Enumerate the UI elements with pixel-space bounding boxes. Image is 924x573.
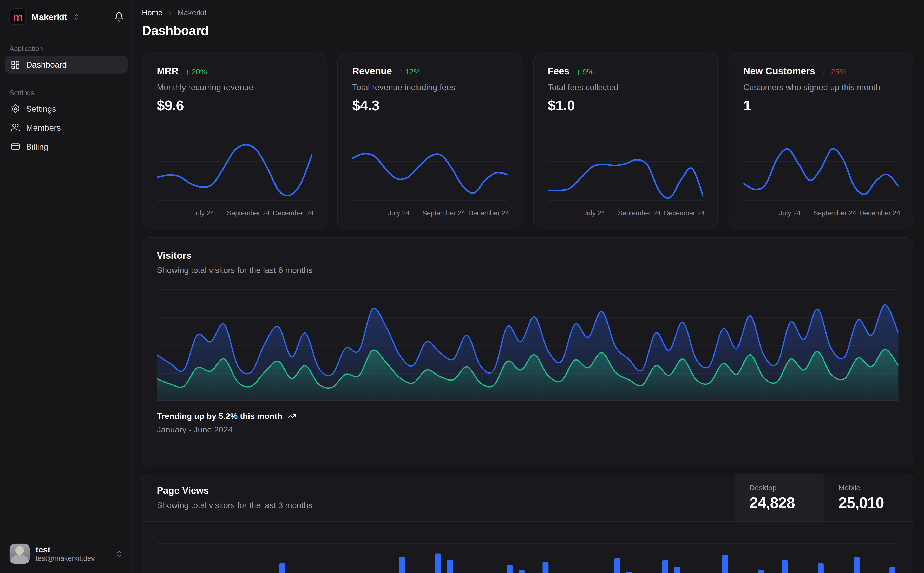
stat-description: Total fees collected [548,83,703,92]
x-tick: July 24 [388,209,409,216]
x-tick: December 24 [273,209,314,216]
bell-icon [114,12,124,22]
user-menu[interactable]: test test@makerkit.dev [5,540,128,567]
stat-card-new-customers: New Customers ↓ -25% Customers who signe… [728,53,913,229]
trend-badge: ↑ 9% [576,67,594,75]
stat-value: $4.3 [352,97,507,114]
stat-value: $9.6 [157,97,312,114]
x-tick: December 24 [468,209,510,216]
visitors-trend-text: Trending up by 5.2% this month [157,411,282,421]
sidebar-section-label-application: Application [9,45,123,52]
sparkline-x-axis: July 24 September 24 December 24 [352,209,507,219]
toggle-value: 24,828 [749,493,809,512]
stat-description: Monthly recurring revenue [157,83,312,92]
user-avatar [9,544,30,564]
sparkline-x-axis: July 24 September 24 December 24 [548,209,703,219]
x-tick: December 24 [859,209,900,216]
visitors-area-chart [157,285,898,401]
credit-card-icon [11,142,20,152]
trend-badge: ↑ 20% [185,67,207,75]
stat-card-revenue: Revenue ↑ 12% Total revenue including fe… [337,53,522,229]
stat-value: $1.0 [548,97,703,114]
trending-up-icon [287,412,296,420]
page-views-desktop-toggle[interactable]: Desktop 24,828 [734,474,824,521]
page-title: Dashboard [142,23,913,38]
makerkit-logo: m [9,8,26,25]
sidebar-item-dashboard[interactable]: Dashboard [5,56,128,74]
main-content: Home Makerkit Dashboard MRR ↑ 20% Monthl… [133,0,924,573]
toggle-label: Mobile [838,484,899,492]
page-views-subtitle: Showing total visitors for the last 3 mo… [157,500,720,510]
new-customers-sparkline-chart [744,138,899,205]
x-tick: December 24 [664,209,705,216]
x-tick: July 24 [779,209,800,216]
page-views-mobile-toggle[interactable]: Mobile 25,010 [824,474,913,521]
user-name: test [36,545,95,554]
revenue-sparkline-chart [352,138,507,205]
sidebar-section-label-settings: Settings [9,89,123,96]
sidebar-nav-application: Dashboard [5,56,128,74]
toggle-label: Desktop [749,484,809,492]
stat-value: 1 [744,97,899,114]
chevron-right-icon [166,9,173,16]
page-views-card: Page Views Showing total visitors for th… [142,473,913,573]
visitors-trend-line: Trending up by 5.2% this month [157,411,898,421]
stat-title: New Customers [744,66,815,77]
x-tick: September 24 [618,209,661,216]
sparkline-x-axis: July 24 September 24 December 24 [157,209,312,219]
visitors-title: Visitors [157,250,898,261]
chevrons-up-down-icon [72,13,80,20]
mrr-sparkline-chart [157,138,312,205]
toggle-value: 25,010 [838,493,899,512]
workspace-name: Makerkit [31,12,67,22]
workspace-switcher[interactable]: m Makerkit [9,8,80,25]
stat-description: Total revenue including fees [352,83,507,92]
stat-title: Fees [548,66,569,77]
stat-description: Customers who signed up this month [744,83,899,92]
sidebar-item-label: Settings [26,104,56,114]
notifications-button[interactable] [114,12,124,22]
sidebar-item-billing[interactable]: Billing [5,138,128,156]
x-tick: July 24 [193,209,214,216]
x-tick: September 24 [227,209,270,216]
x-tick: September 24 [813,209,856,216]
user-email: test@makerkit.dev [36,554,95,563]
breadcrumb-home[interactable]: Home [142,8,162,17]
stat-card-fees: Fees ↑ 9% Total fees collected $1.0 July… [533,53,718,229]
stat-title: MRR [157,66,178,77]
gear-icon [11,104,20,114]
stat-cards-row: MRR ↑ 20% Monthly recurring revenue $9.6… [142,53,913,229]
page-views-bar-chart [143,521,913,573]
dashboard-grid-icon [11,60,20,70]
breadcrumb-current: Makerkit [177,8,206,17]
stat-card-mrr: MRR ↑ 20% Monthly recurring revenue $9.6… [142,53,327,229]
breadcrumb: Home Makerkit [142,8,913,17]
page-views-header: Page Views Showing total visitors for th… [143,474,913,521]
sidebar-item-label: Dashboard [26,60,67,70]
makerkit-logo-letter: m [13,11,23,22]
page-views-toggles: Desktop 24,828 Mobile 25,010 [734,474,913,521]
sidebar-item-settings[interactable]: Settings [5,100,128,117]
sidebar-header: m Makerkit [0,7,132,25]
sidebar-item-label: Billing [26,142,49,152]
trend-badge: ↓ -25% [822,67,846,75]
sidebar-item-label: Members [26,123,61,133]
page-views-title: Page Views [157,485,720,496]
fees-sparkline-chart [548,138,703,205]
visitors-subtitle: Showing total visitors for the last 6 mo… [157,265,898,275]
sidebar-nav-settings: Settings Members Billing [5,100,128,156]
sidebar: m Makerkit Application [0,0,133,573]
stat-title: Revenue [352,66,392,77]
visitors-card: Visitors Showing total visitors for the … [142,237,913,465]
app-window: m Makerkit Application [0,0,924,573]
visitors-date-range: January - June 2024 [157,425,898,435]
chevrons-up-down-icon [115,550,123,558]
sparkline-x-axis: July 24 September 24 December 24 [744,209,899,219]
users-icon [11,123,20,133]
trend-badge: ↑ 12% [399,67,420,75]
x-tick: July 24 [584,209,605,216]
sidebar-item-members[interactable]: Members [5,119,128,137]
x-tick: September 24 [422,209,465,216]
